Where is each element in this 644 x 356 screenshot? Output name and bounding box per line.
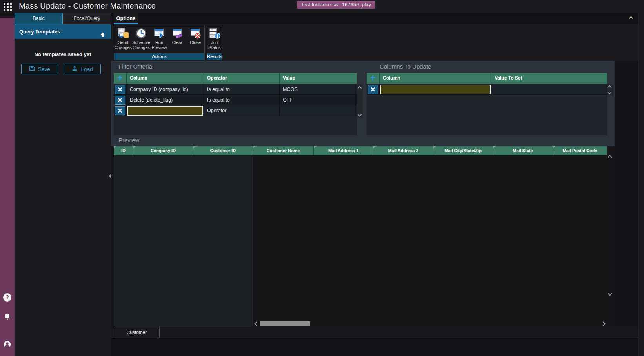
scroll-down-icon[interactable] — [357, 112, 362, 116]
filter-row-3-operator[interactable]: Operator — [204, 105, 280, 116]
preview-body-frozen — [114, 155, 253, 327]
filter-row-2-column[interactable]: Delete (delete_flag) — [127, 95, 204, 105]
results-group-bar: Results — [207, 53, 222, 60]
columns-to-update-body — [367, 84, 607, 135]
scroll-up-icon[interactable] — [357, 86, 362, 90]
bottom-strip — [111, 338, 644, 356]
user-avatar-icon[interactable] — [3, 340, 11, 349]
run-preview-button[interactable]: Run Preview — [150, 26, 168, 53]
add-update-column-button[interactable]: + — [370, 74, 375, 83]
right-edge-strip — [638, 13, 644, 356]
send-changes-icon — [117, 27, 129, 39]
run-preview-label: Run Preview — [150, 40, 168, 50]
delete-update-row-1-button[interactable] — [368, 85, 378, 94]
preview-header-row: ID Company ID Customer ID Customer Name … — [114, 146, 607, 155]
filter-criteria-body: Company ID (company_id) Is equal to MCOS… — [114, 84, 357, 135]
sidebar: Basic Excel/Query Query Templates No tem… — [15, 13, 111, 356]
filter-row-2: Delete (delete_flag) Is equal to OFF — [114, 95, 357, 105]
notifications-bell-icon[interactable] — [3, 312, 11, 321]
preview-header-company-id[interactable]: Company ID — [133, 146, 193, 155]
preview-header-id[interactable]: ID — [114, 146, 133, 155]
schedule-changes-label: Schedule Changes — [132, 40, 150, 50]
preview-body-scrollable — [253, 155, 607, 327]
bottom-tab-bar: Customer Information — [111, 327, 644, 338]
filter-row-3: Operator — [114, 105, 357, 116]
tab-options[interactable]: Options — [114, 13, 138, 24]
save-template-button[interactable]: Save — [21, 64, 58, 74]
query-templates-label: Query Templates — [19, 29, 60, 35]
help-icon[interactable]: ? — [3, 293, 11, 302]
close-button[interactable]: Close — [186, 26, 204, 53]
filter-criteria-title: Filter Criteria — [118, 63, 152, 70]
query-templates-header[interactable]: Query Templates — [15, 24, 111, 39]
columns-to-update-title: Columns To Update — [380, 63, 431, 70]
save-button-label: Save — [38, 66, 50, 72]
preview-header-mail-address-2[interactable]: Mail Address 2 — [373, 146, 433, 155]
tab-excel-query[interactable]: Excel/Query — [63, 13, 111, 24]
actions-group-bar: Actions — [114, 53, 204, 60]
preview-header-mail-postal-code[interactable]: Mail Postal Code — [553, 146, 607, 155]
filter-row-2-operator[interactable]: Is equal to — [204, 95, 280, 105]
ribbon: Send Changes Schedule Changes — [111, 24, 644, 61]
add-filter-row-button[interactable]: + — [117, 74, 122, 83]
preview-header-customer-id[interactable]: Customer ID — [193, 146, 253, 155]
filter-row-3-value[interactable] — [280, 105, 357, 116]
job-status-icon — [209, 27, 220, 39]
filter-row-1-operator[interactable]: Is equal to — [204, 84, 280, 94]
ribbon-group-actions: Send Changes Schedule Changes — [114, 26, 205, 60]
save-floppy-icon — [29, 65, 35, 73]
filter-row-1-value[interactable]: MCOS — [280, 84, 357, 94]
filter-row-2-value[interactable]: OFF — [280, 95, 357, 105]
hscroll-thumb[interactable] — [260, 321, 310, 326]
filter-criteria-table: + Column Operator Value — [114, 73, 357, 84]
load-template-button[interactable]: Load — [64, 64, 101, 74]
send-changes-label: Send Changes — [114, 40, 132, 50]
clear-button[interactable]: Clear — [168, 26, 186, 53]
delete-filter-row-3-button[interactable] — [115, 106, 125, 115]
clear-label: Clear — [172, 40, 182, 45]
filter-column-input[interactable] — [127, 106, 203, 116]
preview-title: Preview — [118, 137, 139, 143]
scroll-up-icon[interactable] — [608, 155, 612, 159]
test-instance-badge: Test Instance: az_167659_play — [297, 1, 375, 9]
columns-to-update-scrollbar[interactable] — [607, 84, 613, 95]
filter-header-operator[interactable]: Operator — [204, 73, 280, 84]
tab-customer-information[interactable]: Customer Information — [114, 327, 160, 338]
app-window: Mass Update - Customer Maintenance Test … — [0, 0, 644, 356]
columns-to-update-table: + Column Value To Set — [367, 73, 607, 84]
preview-header-customer-name[interactable]: Customer Name — [253, 146, 314, 155]
scroll-up-icon[interactable] — [607, 85, 611, 89]
filter-header-value[interactable]: Value — [280, 73, 357, 84]
clear-eraser-icon — [171, 27, 183, 39]
send-changes-button[interactable]: Send Changes — [114, 26, 132, 53]
schedule-changes-button[interactable]: Schedule Changes — [132, 26, 150, 53]
load-upload-icon — [72, 65, 78, 73]
update-row-1 — [367, 84, 607, 95]
preview-header-mail-state[interactable]: Mail State — [493, 146, 553, 155]
job-status-label: Job Status — [207, 40, 222, 50]
filter-row-3-column-cell — [127, 105, 204, 116]
update-header-column[interactable]: Column — [380, 73, 491, 84]
delete-filter-row-2-button[interactable] — [115, 96, 125, 105]
preview-vertical-scrollbar[interactable] — [607, 146, 613, 327]
scroll-down-icon[interactable] — [608, 291, 612, 296]
app-grid-menu-icon[interactable] — [4, 3, 12, 11]
tab-basic[interactable]: Basic — [15, 13, 63, 24]
titlebar: Mass Update - Customer Maintenance Test … — [0, 0, 644, 13]
filter-header-column[interactable]: Column — [127, 73, 204, 84]
preview-header-mail-city-state-zip[interactable]: Mail City/State/Zip — [433, 146, 493, 155]
schedule-changes-clock-icon — [135, 27, 147, 39]
delete-filter-row-1-button[interactable] — [115, 85, 125, 94]
scroll-down-icon[interactable] — [607, 90, 611, 94]
update-column-input[interactable] — [380, 85, 491, 94]
job-status-button[interactable]: Job Status — [207, 26, 222, 53]
preview-header-mail-address-1[interactable]: Mail Address 1 — [314, 146, 373, 155]
close-label: Close — [190, 40, 201, 45]
update-row-1-value[interactable] — [491, 84, 607, 94]
filter-criteria-scrollbar[interactable] — [357, 84, 363, 118]
nav-strip: ? — [0, 18, 15, 356]
close-window-icon — [189, 27, 201, 39]
update-header-value-to-set[interactable]: Value To Set — [491, 73, 607, 84]
filter-row-1-column[interactable]: Company ID (company_id) — [127, 84, 204, 94]
sidebar-collapse-handle[interactable] — [109, 174, 111, 178]
